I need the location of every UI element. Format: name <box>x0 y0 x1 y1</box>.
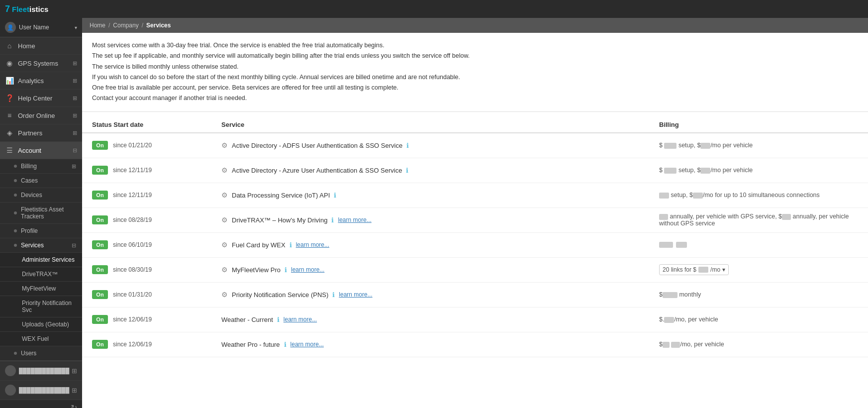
submenu-label: Fleetistics Asset Trackers <box>21 206 76 220</box>
info-icon[interactable]: ℹ <box>332 291 335 299</box>
sidebar-item-helpcenter[interactable]: ❓ Help Center ⊞ <box>0 90 82 107</box>
learn-more-link[interactable]: learn more... <box>339 291 372 298</box>
gear-icon[interactable]: ⚙ <box>221 166 228 174</box>
toggle-on-button[interactable]: On <box>92 290 108 299</box>
learn-more-link[interactable]: learn more... <box>290 341 324 348</box>
info-icon[interactable]: ℹ <box>406 167 408 174</box>
info-icon[interactable]: ℹ <box>284 341 287 348</box>
toggle-on-button[interactable]: On <box>92 240 108 249</box>
gear-icon[interactable]: ⚙ <box>221 141 228 149</box>
toggle-on-button[interactable]: On <box>92 191 108 200</box>
gear-icon[interactable]: ⚙ <box>221 266 228 274</box>
expand-icon: ⊞ <box>72 367 77 375</box>
service-row: On since 06/10/19 ⚙ Fuel Card by WEX ℹ l… <box>82 233 868 258</box>
breadcrumb-home[interactable]: Home <box>90 22 105 29</box>
sidebar-item-billing[interactable]: Billing ⊞ <box>0 159 82 174</box>
sidebar-bottom-item-2[interactable]: █████████████ ⊞ <box>0 381 82 400</box>
sidebar-item-uploads[interactable]: Uploads (Geotab) <box>0 317 82 332</box>
billing-cell: $ ## setup, $##/mo per vehicle <box>659 167 858 174</box>
dot-icon <box>14 229 17 232</box>
billing-text: $ ## setup, $##/mo per vehicle <box>659 142 753 149</box>
sidebar-item-drivetrax[interactable]: DriveTRAX™ <box>0 267 82 282</box>
info-line-6: Contact your account manager if another … <box>92 93 858 103</box>
collapse-icon: ⊟ <box>72 242 76 249</box>
toggle-on-button[interactable]: On <box>92 340 108 349</box>
submenu-label: Priority Notification Svc <box>22 300 76 313</box>
status-cell: On since 06/10/19 <box>92 240 221 249</box>
service-name: MyFleetView Pro <box>232 266 281 274</box>
sidebar-item-cases[interactable]: Cases <box>0 174 82 188</box>
toggle-on-button[interactable]: On <box>92 166 108 175</box>
sidebar-item-administer[interactable]: Administer Services <box>0 253 82 267</box>
info-icon[interactable]: ℹ <box>277 316 280 323</box>
submenu-label: Devices <box>21 192 42 199</box>
info-box: Most services come with a 30-day free tr… <box>82 33 868 112</box>
refresh-icon[interactable]: ↻ <box>71 403 77 408</box>
sidebar-user-section[interactable]: 👤 User Name ▾ <box>0 18 82 37</box>
gear-icon[interactable]: ⚙ <box>221 291 228 299</box>
sidebar-item-account[interactable]: ☰ Account ⊟ <box>0 142 82 159</box>
billing-cell: $## ##/mo, per vehicle <box>659 341 858 348</box>
breadcrumb-company[interactable]: Company <box>113 22 138 29</box>
service-cell: ⚙ Data Processing Service (IoT) API ℹ <box>221 191 659 199</box>
service-cell: ⚙ MyFleetView Pro ℹ learn more... <box>221 266 659 274</box>
sidebar-item-myfleetview[interactable]: MyFleetView <box>0 282 82 296</box>
learn-more-link[interactable]: learn more... <box>284 316 317 323</box>
sidebar-item-users[interactable]: Users <box>0 346 82 361</box>
service-name: Priority Notification Service (PNS) <box>232 291 328 299</box>
sidebar-item-asset-trackers[interactable]: Fleetistics Asset Trackers <box>0 203 82 224</box>
info-icon[interactable]: ℹ <box>334 192 336 199</box>
submenu-label: Billing <box>21 163 37 170</box>
gear-icon[interactable]: ⚙ <box>221 241 228 249</box>
submenu-label: Cases <box>21 177 38 184</box>
dot-icon <box>14 352 17 355</box>
sidebar-item-home[interactable]: ⌂ Home <box>0 37 82 55</box>
submenu-label: Services <box>21 242 44 249</box>
learn-more-link[interactable]: learn more... <box>338 216 371 223</box>
info-icon[interactable]: ℹ <box>406 142 409 149</box>
service-name: Weather Pro - future <box>221 341 280 348</box>
status-cell: On since 12/11/19 <box>92 166 221 175</box>
service-name: Data Processing Service (IoT) API <box>232 192 330 199</box>
info-icon[interactable]: ℹ <box>285 266 287 274</box>
service-row: On since 12/11/19 ⚙ Data Processing Serv… <box>82 183 868 208</box>
service-cell: ⚙ Active Directory - Azure User Authenti… <box>221 166 659 174</box>
expand-icon: ⊞ <box>73 78 77 84</box>
toggle-on-button[interactable]: On <box>92 265 108 274</box>
gear-icon[interactable]: ⚙ <box>221 216 228 224</box>
billing-dropdown[interactable]: 20 links for $ ##/mo ▾ <box>659 264 729 275</box>
sidebar-item-profile[interactable]: Profile <box>0 224 82 238</box>
bottom-user-label-2: █████████████ <box>19 387 69 393</box>
sidebar-item-partners[interactable]: ◈ Partners ⊞ <box>0 124 82 142</box>
toggle-on-button[interactable]: On <box>92 315 108 324</box>
learn-more-link[interactable]: learn more... <box>296 241 329 248</box>
sidebar-item-priority-notif[interactable]: Priority Notification Svc <box>0 296 82 317</box>
content-area: Home / Company / Services Most services … <box>82 18 868 408</box>
bottom-user-label: █████████████ <box>19 368 69 374</box>
gear-icon[interactable]: ⚙ <box>221 191 228 199</box>
toggle-on-button[interactable]: On <box>92 215 108 224</box>
logo[interactable]: 7 Fleetistics <box>5 4 48 14</box>
service-name: DriveTRAX™ – How's My Driving <box>232 216 327 224</box>
sidebar-item-wex-fuel[interactable]: WEX Fuel <box>0 332 82 346</box>
status-cell: On since 01/31/20 <box>92 290 221 299</box>
main-layout: 👤 User Name ▾ ⌂ Home ◉ GPS Systems ⊞ 📊 A… <box>0 18 868 408</box>
sidebar-item-analytics[interactable]: 📊 Analytics ⊞ <box>0 72 82 90</box>
breadcrumb: Home / Company / Services <box>82 18 868 33</box>
sidebar-username: User Name <box>19 24 72 31</box>
info-icon[interactable]: ℹ <box>331 216 334 224</box>
sidebar-item-services[interactable]: Services ⊟ <box>0 238 82 253</box>
toggle-on-button[interactable]: On <box>92 141 108 150</box>
services-table-header: Status Start date Service Billing <box>82 117 868 133</box>
sidebar-bottom-item-1[interactable]: █████████████ ⊞ <box>0 361 82 381</box>
logo-icon: 7 <box>5 4 10 14</box>
sidebar-item-devices[interactable]: Devices <box>0 188 82 203</box>
sidebar-item-orderonline[interactable]: ≡ Order Online ⊞ <box>0 107 82 124</box>
dot-icon <box>14 211 17 214</box>
learn-more-link[interactable]: learn more... <box>291 266 324 273</box>
sidebar-item-gps[interactable]: ◉ GPS Systems ⊞ <box>0 55 82 72</box>
billing-text: $.##/mo, per vehicle <box>659 316 718 323</box>
billing-cell: ## annually, per vehicle with GPS servic… <box>659 213 858 227</box>
info-icon[interactable]: ℹ <box>289 241 292 249</box>
expand-icon: ⊞ <box>72 163 76 170</box>
